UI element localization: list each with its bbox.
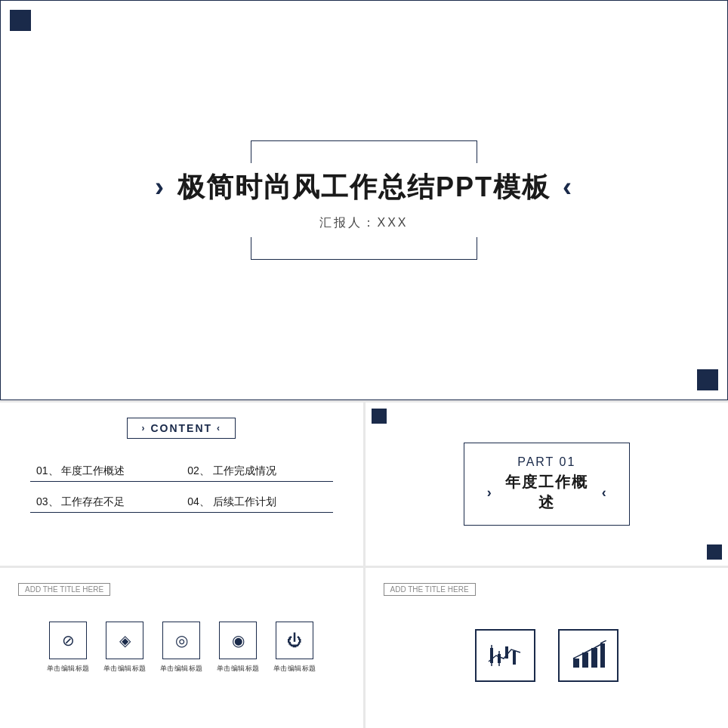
bottom-right-column: PART 01 › 年度工作概述 ‹ ADD THE TITLE HERE [366,403,729,728]
part-arrows: › 年度工作概述 ‹ [487,472,606,513]
content-header: › CONTENT ‹ [23,418,341,439]
icon-label-4: 单击编辑标题 [217,664,260,674]
content-item-2: 02、 工作完成情况 [181,461,332,482]
icon-label-5: 单击编辑标题 [273,664,316,674]
icon-box-3: ◎ [162,622,200,659]
icon-label-3: 单击编辑标题 [160,664,203,674]
content-slide: › CONTENT ‹ 01、 年度工作概述 02、 工作完成情况 03、 工作… [0,403,363,566]
icon-item-1: ⊘ 单击编辑标题 [44,622,93,674]
subtitle: 汇报人：XXX [137,215,591,231]
chart-icon-1 [475,629,535,682]
item1-label: 年度工作概述 [61,464,125,477]
icons-row: ⊘ 单击编辑标题 ◈ 单击编辑标题 ◎ 单击编辑标题 ◉ 单击编辑标题 ⏻ [18,622,345,674]
part-corner-br [707,544,722,560]
content-arrow-right: ‹ [217,423,221,433]
title-deco-bottom [251,237,477,260]
icon-item-3: ◎ 单击编辑标题 [157,622,206,674]
icon-item-4: ◉ 单击编辑标题 [214,622,263,674]
svg-rect-0 [490,648,493,663]
content-item-1: 01、 年度工作概述 [30,461,181,482]
svg-rect-9 [582,652,588,668]
item2-label: 工作完成情况 [213,464,276,477]
part-corner-tl [372,409,387,424]
part-content: PART 01 › 年度工作概述 ‹ [464,443,630,526]
item4-label: 后续工作计划 [213,495,276,507]
bar-chart-icon [570,640,606,671]
icon-label-1: 单击编辑标题 [47,664,90,674]
svg-rect-11 [600,643,605,668]
content-arrow-left: › [141,423,146,433]
main-title: › 极简时尚风工作总结PPT模板 ‹ [137,169,591,206]
svg-rect-8 [573,659,579,668]
content-items-grid: 01、 年度工作概述 02、 工作完成情况 03、 工作存在不足 04、 后续工… [23,455,341,519]
add-title-badge-right: ADD THE TITLE HERE [384,583,476,596]
bottom-left-slide: ADD THE TITLE HERE ⊘ 单击编辑标题 ◈ 单击编辑标题 ◎ 单… [0,568,363,728]
icon-box-5: ⏻ [276,622,313,659]
part01-slide: PART 01 › 年度工作概述 ‹ [366,403,729,566]
main-slide-content: › 极简时尚风工作总结PPT模板 ‹ 汇报人：XXX [137,140,591,260]
icon-box-1: ⊘ [49,622,87,659]
svg-rect-3 [513,651,516,665]
icon-box-4: ◉ [219,622,257,659]
content-item-4: 04、 后续工作计划 [181,492,332,513]
content-badge: › CONTENT ‹ [127,418,236,439]
bottom-left-column: › CONTENT ‹ 01、 年度工作概述 02、 工作完成情况 03、 工作… [0,403,363,728]
corner-decoration-br [697,369,718,390]
chart-icon-2 [558,629,618,682]
item1-number: 01、 [36,464,59,477]
part-decoration: PART 01 › 年度工作概述 ‹ [464,443,630,526]
item2-number: 02、 [187,464,210,477]
slides-bottom: › CONTENT ‹ 01、 年度工作概述 02、 工作完成情况 03、 工作… [0,400,728,728]
part-name: 年度工作概述 [501,472,593,513]
candlestick-chart-icon [487,640,523,671]
part-slide-inner: PART 01 › 年度工作概述 ‹ [388,418,706,551]
add-title-badge-left: ADD THE TITLE HERE [18,583,110,596]
part-arrow-right: ‹ [602,485,606,501]
bottom-right-slide: ADD THE TITLE HERE [366,568,729,728]
svg-rect-1 [498,654,501,663]
item4-number: 04、 [187,495,210,507]
corner-decoration-tl [10,10,31,31]
title-deco-top [251,140,477,163]
title-arrow-left: › [155,171,165,202]
content-item-3: 03、 工作存在不足 [30,492,181,513]
chart-icons-row [384,629,711,682]
main-slide: › 极简时尚风工作总结PPT模板 ‹ 汇报人：XXX [0,0,728,400]
part-arrow-left: › [487,485,492,501]
item3-number: 03、 [36,495,59,507]
title-arrow-right: ‹ [563,171,573,202]
part-label: PART 01 [487,455,606,469]
content-badge-text: CONTENT [150,422,212,434]
item3-label: 工作存在不足 [61,495,125,507]
svg-rect-10 [591,648,597,668]
title-text: 极简时尚风工作总结PPT模板 [177,171,551,202]
icon-label-2: 单击编辑标题 [103,664,147,674]
icon-item-5: ⏻ 单击编辑标题 [270,622,319,674]
icon-item-2: ◈ 单击编辑标题 [100,622,150,674]
icon-box-2: ◈ [106,622,143,659]
